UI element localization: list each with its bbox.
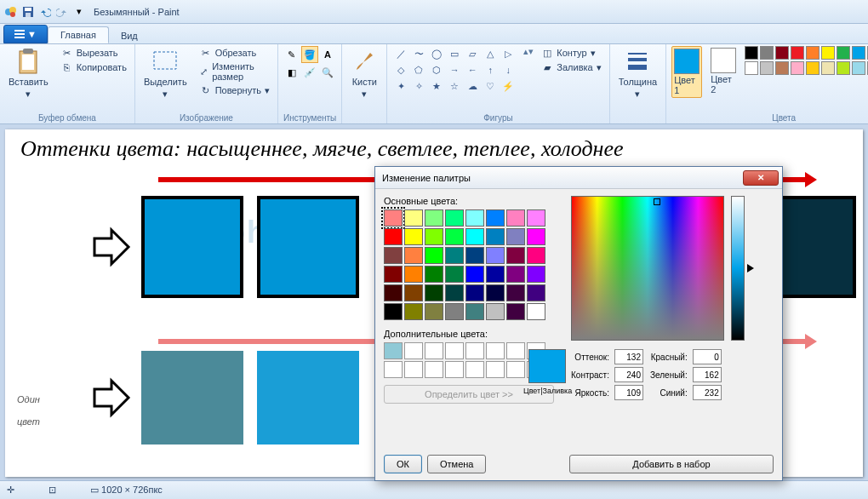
crop-button[interactable]: ✂Обрезать xyxy=(197,46,272,60)
basic-color[interactable] xyxy=(404,247,423,264)
luminance-bar[interactable] xyxy=(731,196,745,341)
basic-color[interactable] xyxy=(527,228,545,245)
basic-color[interactable] xyxy=(404,209,423,227)
resize-button[interactable]: ⤢Изменить размер xyxy=(197,60,272,83)
red-input[interactable] xyxy=(693,349,722,364)
paste-button[interactable]: Вставить▾ xyxy=(5,46,52,101)
picker-tool[interactable]: 💉 xyxy=(301,64,318,81)
basic-color[interactable] xyxy=(384,303,403,320)
palette-color[interactable] xyxy=(837,46,850,60)
basic-color[interactable] xyxy=(486,303,505,320)
basic-color[interactable] xyxy=(527,284,545,301)
basic-color[interactable] xyxy=(445,209,464,227)
ok-button[interactable]: ОК xyxy=(384,455,422,473)
basic-color[interactable] xyxy=(445,228,464,245)
basic-color[interactable] xyxy=(404,266,423,283)
zoom-tool[interactable]: 🔍 xyxy=(319,64,336,81)
basic-color[interactable] xyxy=(384,266,403,283)
palette-color[interactable] xyxy=(745,46,758,60)
basic-color[interactable] xyxy=(384,284,403,301)
fill-tool[interactable]: 🪣 xyxy=(301,46,318,63)
palette-color[interactable] xyxy=(791,46,804,60)
basic-colors-grid[interactable] xyxy=(384,209,562,320)
palette-color[interactable] xyxy=(775,46,789,60)
size-button[interactable]: Толщина▾ xyxy=(615,46,661,101)
basic-color[interactable] xyxy=(506,284,525,301)
add-to-custom-button[interactable]: Добавить в набор xyxy=(569,455,774,473)
redo-icon[interactable] xyxy=(54,4,70,20)
copy-button[interactable]: ⎘Копировать xyxy=(59,60,129,74)
qat-dropdown-icon[interactable]: ▾ xyxy=(71,4,87,20)
basic-color[interactable] xyxy=(527,303,545,320)
basic-color[interactable] xyxy=(465,228,484,245)
basic-color[interactable] xyxy=(425,303,443,320)
basic-color[interactable] xyxy=(425,284,443,301)
basic-color[interactable] xyxy=(465,303,484,320)
basic-color[interactable] xyxy=(506,266,525,283)
basic-color[interactable] xyxy=(404,284,423,301)
basic-color[interactable] xyxy=(486,209,505,227)
select-button[interactable]: Выделить▾ xyxy=(140,46,191,101)
basic-color[interactable] xyxy=(384,209,403,227)
basic-color[interactable] xyxy=(445,303,464,320)
palette-color[interactable] xyxy=(760,61,774,75)
shapes-gallery[interactable]: ／〜◯▭▱△▷ ◇⬠⬡→←↑↓ ✦✧★☆☁♡⚡ xyxy=(392,46,517,94)
basic-color[interactable] xyxy=(445,247,464,264)
basic-color[interactable] xyxy=(486,284,505,301)
basic-color[interactable] xyxy=(404,303,423,320)
basic-color[interactable] xyxy=(465,284,484,301)
basic-color[interactable] xyxy=(527,247,545,264)
color2-button[interactable]: Цвет 2 xyxy=(709,46,738,96)
fill-button[interactable]: ▰Заливка▾ xyxy=(539,60,603,74)
lum-input[interactable] xyxy=(614,385,643,400)
palette-color[interactable] xyxy=(821,61,835,75)
sat-input[interactable] xyxy=(614,367,643,382)
hue-input[interactable] xyxy=(614,349,643,364)
green-input[interactable] xyxy=(693,367,722,382)
basic-color[interactable] xyxy=(445,266,464,283)
color1-button[interactable]: Цвет 1 xyxy=(671,46,702,98)
basic-color[interactable] xyxy=(384,247,403,264)
rotate-button[interactable]: ↻Повернуть▾ xyxy=(197,83,272,97)
tab-home[interactable]: Главная xyxy=(48,26,109,43)
dialog-titlebar[interactable]: Изменение палитры ✕ xyxy=(375,167,782,189)
palette-color[interactable] xyxy=(806,46,819,60)
palette-color[interactable] xyxy=(852,46,865,60)
eraser-tool[interactable]: ◧ xyxy=(283,64,300,81)
file-menu-button[interactable]: ▼ xyxy=(3,25,48,43)
paint-app-icon[interactable] xyxy=(3,4,19,20)
cut-button[interactable]: ✂Вырезать xyxy=(59,46,129,60)
palette-color[interactable] xyxy=(760,46,774,60)
tab-view[interactable]: Вид xyxy=(109,28,150,43)
basic-color[interactable] xyxy=(486,247,505,264)
basic-color[interactable] xyxy=(445,284,464,301)
color-spectrum[interactable] xyxy=(571,196,724,341)
basic-color[interactable] xyxy=(425,247,443,264)
basic-color[interactable] xyxy=(506,303,525,320)
basic-color[interactable] xyxy=(465,209,484,227)
basic-color[interactable] xyxy=(465,266,484,283)
close-button[interactable]: ✕ xyxy=(743,170,779,186)
basic-color[interactable] xyxy=(527,209,545,227)
outline-button[interactable]: ◫Контур▾ xyxy=(539,46,603,60)
palette-color[interactable] xyxy=(775,61,789,75)
palette-color[interactable] xyxy=(837,61,850,75)
palette-color[interactable] xyxy=(806,61,819,75)
basic-color[interactable] xyxy=(404,228,423,245)
pencil-tool[interactable]: ✎ xyxy=(283,46,300,63)
palette-color[interactable] xyxy=(852,61,865,75)
basic-color[interactable] xyxy=(506,228,525,245)
palette-color[interactable] xyxy=(821,46,835,60)
color-palette[interactable] xyxy=(745,46,868,75)
basic-color[interactable] xyxy=(486,228,505,245)
basic-color[interactable] xyxy=(425,228,443,245)
basic-color[interactable] xyxy=(425,266,443,283)
palette-color[interactable] xyxy=(745,61,758,75)
basic-color[interactable] xyxy=(506,247,525,264)
basic-color[interactable] xyxy=(506,209,525,227)
blue-input[interactable] xyxy=(693,385,722,400)
text-tool[interactable]: A xyxy=(319,46,336,63)
brushes-button[interactable]: Кисти▾ xyxy=(347,46,381,101)
save-icon[interactable] xyxy=(20,4,36,20)
palette-color[interactable] xyxy=(791,61,804,75)
